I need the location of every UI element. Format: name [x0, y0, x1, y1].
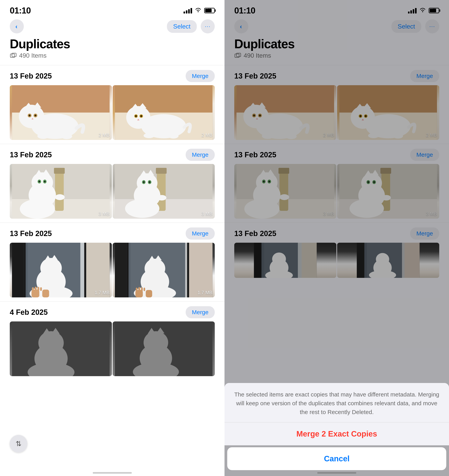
- svg-rect-62: [84, 243, 86, 297]
- page-title-left: Duplicates: [10, 37, 215, 51]
- svg-rect-73: [40, 287, 42, 291]
- merge-button-left-0[interactable]: Merge: [186, 70, 215, 82]
- cancel-button[interactable]: Cancel: [227, 447, 446, 470]
- page-header-left: Duplicates 490 Items: [0, 35, 224, 65]
- svg-point-25: [140, 115, 142, 117]
- modal-message-text: The selected items are exact copies that…: [234, 390, 439, 416]
- photos-icon-left: [10, 52, 17, 59]
- dup-image-left-1-0[interactable]: 3 MB: [10, 164, 112, 219]
- img-label-left-1-1: 3 MB: [202, 211, 212, 217]
- back-button-left[interactable]: ‹: [10, 19, 24, 33]
- dup-images-left-1: 3 MB 3: [0, 164, 224, 219]
- merge-exact-copies-button[interactable]: Merge 2 Exact Copies: [224, 423, 449, 445]
- svg-point-12: [34, 115, 37, 116]
- dup-header-left-3: 4 Feb 2025 Merge: [0, 302, 224, 321]
- img-label-left-1-0: 3 MB: [99, 211, 110, 217]
- cancel-label: Cancel: [324, 454, 349, 463]
- dup-header-left-0: 13 Feb 2025 Merge: [0, 65, 224, 85]
- svg-point-49: [137, 173, 157, 193]
- svg-rect-90: [144, 288, 145, 291]
- svg-rect-86: [146, 290, 152, 297]
- dup-image-left-3-1[interactable]: [113, 321, 215, 376]
- dup-images-left-2: 1,7 MB: [0, 243, 224, 297]
- dup-image-left-3-0[interactable]: [10, 321, 112, 376]
- img-label-left-2-0: 1,7 MB: [95, 290, 110, 295]
- select-button-left[interactable]: Select: [167, 20, 197, 33]
- svg-point-100: [144, 331, 168, 354]
- home-indicator-left: [93, 472, 132, 474]
- dup-date-left-0: 13 Feb 2025: [10, 72, 52, 80]
- svg-point-10: [29, 115, 31, 116]
- img-label-left-0-0: 2 MB: [99, 132, 110, 138]
- status-time-left: 01:10: [10, 6, 31, 15]
- svg-rect-76: [185, 243, 213, 297]
- svg-point-6: [19, 105, 44, 128]
- img-label-left-2-1: 1,7 MB: [197, 290, 212, 295]
- svg-point-15: [61, 134, 72, 139]
- merge-button-left-2[interactable]: Merge: [186, 227, 215, 240]
- dup-date-left-1: 13 Feb 2025: [10, 151, 52, 159]
- dup-group-left-3: 4 Feb 2025 Merge: [0, 302, 224, 376]
- sort-fab-button[interactable]: ⇅: [10, 435, 27, 453]
- sort-icon: ⇅: [16, 440, 22, 448]
- wifi-icon-left: [195, 7, 202, 14]
- svg-rect-69: [42, 290, 49, 297]
- dup-image-left-0-0[interactable]: 2 MB: [10, 85, 112, 140]
- svg-point-65: [40, 258, 62, 278]
- svg-point-41: [44, 181, 46, 182]
- dup-image-left-2-1[interactable]: 1,7 MB: [113, 243, 215, 297]
- svg-rect-71: [35, 287, 37, 291]
- svg-point-23: [135, 115, 137, 117]
- svg-point-27: [144, 133, 155, 138]
- left-phone-screen: 01:10 40 ‹: [0, 0, 224, 476]
- item-count-left: 490 Items: [19, 52, 47, 59]
- svg-point-19: [126, 106, 151, 129]
- svg-rect-79: [187, 243, 189, 297]
- more-button-left[interactable]: ···: [201, 19, 215, 33]
- svg-rect-32: [54, 168, 65, 174]
- svg-point-55: [149, 181, 151, 183]
- dup-images-left-0: 2 MB 2: [0, 85, 224, 140]
- dup-date-left-2: 13 Feb 2025: [10, 229, 52, 238]
- svg-point-28: [168, 133, 179, 138]
- svg-rect-61: [24, 243, 26, 297]
- svg-point-53: [143, 181, 145, 183]
- svg-rect-70: [32, 287, 34, 291]
- svg-rect-46: [156, 168, 167, 174]
- svg-rect-89: [141, 287, 143, 291]
- svg-point-56: [157, 195, 167, 201]
- battery-icon-left: 40: [204, 8, 215, 13]
- signal-icon-left: [184, 8, 192, 13]
- svg-rect-87: [136, 288, 138, 291]
- dup-header-left-2: 13 Feb 2025 Merge: [0, 223, 224, 243]
- svg-point-39: [39, 181, 40, 182]
- svg-point-0: [198, 11, 199, 12]
- svg-rect-31: [55, 168, 64, 211]
- right-phone-screen: 01:10 40 ‹: [224, 0, 449, 476]
- dup-image-left-1-1[interactable]: 3 MB: [113, 164, 215, 219]
- modal-overlay: The selected items are exact copies that…: [224, 0, 449, 476]
- svg-rect-72: [38, 287, 39, 291]
- dup-date-left-3: 4 Feb 2025: [10, 308, 48, 316]
- page-subtitle-left: 490 Items: [10, 52, 215, 59]
- svg-rect-88: [138, 287, 140, 291]
- svg-point-82: [145, 259, 165, 278]
- dup-group-left-2: 13 Feb 2025 Merge: [0, 223, 224, 297]
- merge-button-left-3[interactable]: Merge: [186, 306, 215, 318]
- svg-point-94: [39, 331, 64, 355]
- modal-cancel-sheet: Cancel: [227, 447, 446, 470]
- svg-point-14: [38, 133, 49, 139]
- status-bar-left: 01:10 40: [0, 0, 224, 17]
- dup-group-left-0: 13 Feb 2025 Merge: [0, 65, 224, 140]
- merge-button-left-1[interactable]: Merge: [186, 149, 215, 161]
- svg-point-42: [55, 194, 65, 200]
- svg-rect-2: [12, 53, 16, 57]
- dup-image-left-0-1[interactable]: 2 MB: [113, 85, 215, 140]
- dup-group-left-1: 13 Feb 2025 Merge: [0, 144, 224, 219]
- merge-exact-copies-label: Merge 2 Exact Copies: [296, 430, 377, 438]
- dup-image-left-2-0[interactable]: 1,7 MB: [10, 243, 112, 297]
- dup-images-left-3: [0, 321, 224, 376]
- svg-point-35: [32, 172, 53, 193]
- modal-sheet: The selected items are exact copies that…: [224, 383, 449, 445]
- dup-header-left-1: 13 Feb 2025 Merge: [0, 144, 224, 164]
